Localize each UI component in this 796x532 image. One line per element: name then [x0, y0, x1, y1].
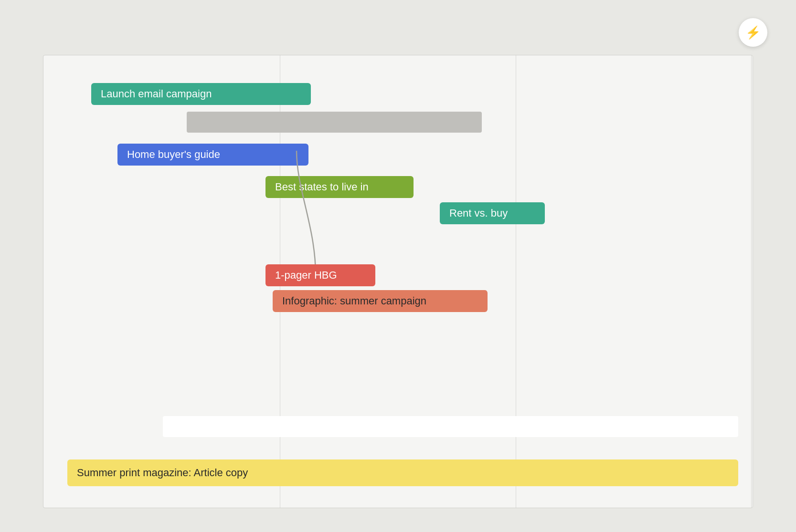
gray-bar-1 — [187, 112, 482, 133]
launch-email-chip[interactable]: Launch email campaign — [91, 83, 311, 105]
lightning-icon: ⚡ — [745, 25, 761, 40]
best-states-chip[interactable]: Best states to live in — [265, 176, 414, 198]
home-buyer-chip[interactable]: Home buyer's guide — [117, 144, 308, 166]
grid-line-2 — [516, 55, 516, 508]
rent-buy-chip[interactable]: Rent vs. buy — [440, 202, 545, 224]
grid-line-3 — [751, 55, 752, 508]
lightning-button[interactable]: ⚡ — [739, 18, 767, 47]
infographic-chip[interactable]: Infographic: summer campaign — [273, 290, 488, 312]
curve-arrow — [211, 151, 363, 280]
pager-hbg-chip[interactable]: 1-pager HBG — [265, 264, 375, 286]
main-canvas: Launch email campaign Home buyer's guide… — [43, 55, 753, 508]
summer-print-chip[interactable]: Summer print magazine: Article copy — [67, 459, 738, 486]
white-bar-bottom — [163, 416, 738, 437]
